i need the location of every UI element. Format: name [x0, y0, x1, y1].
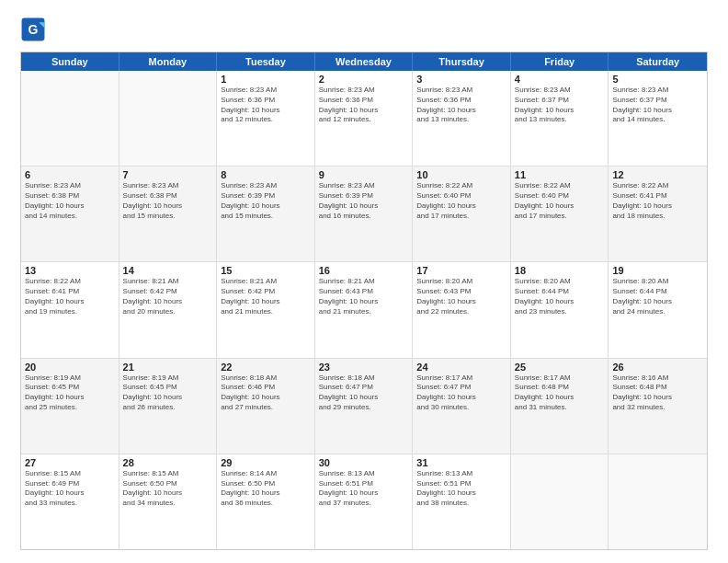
day-header-wednesday: Wednesday: [315, 52, 414, 71]
day-cell-14: 14Sunrise: 8:21 AMSunset: 6:42 PMDayligh…: [119, 262, 218, 357]
day-cell-25: 25Sunrise: 8:17 AMSunset: 6:48 PMDayligh…: [511, 359, 609, 454]
cell-line: Daylight: 10 hours: [25, 488, 115, 499]
day-number: 6: [25, 169, 115, 180]
day-cell-26: 26Sunrise: 8:16 AMSunset: 6:48 PMDayligh…: [609, 359, 707, 454]
cell-line: Daylight: 10 hours: [319, 297, 409, 307]
day-number: 13: [25, 265, 115, 276]
cell-line: and 21 minutes.: [319, 307, 409, 317]
day-cell-9: 9Sunrise: 8:23 AMSunset: 6:39 PMDaylight…: [315, 167, 414, 261]
cell-line: Sunrise: 8:22 AM: [515, 181, 605, 191]
day-header-thursday: Thursday: [413, 52, 511, 71]
day-cell-17: 17Sunrise: 8:20 AMSunset: 6:43 PMDayligh…: [413, 262, 511, 357]
day-cell-28: 28Sunrise: 8:15 AMSunset: 6:50 PMDayligh…: [119, 454, 218, 549]
calendar-body: 1Sunrise: 8:23 AMSunset: 6:36 PMDaylight…: [21, 71, 707, 549]
cell-line: Daylight: 10 hours: [221, 297, 311, 307]
cell-line: Daylight: 10 hours: [221, 488, 311, 499]
cell-line: Sunrise: 8:17 AM: [416, 373, 506, 384]
calendar: SundayMondayTuesdayWednesdayThursdayFrid…: [20, 52, 708, 550]
day-header-tuesday: Tuesday: [217, 52, 315, 71]
cell-line: Daylight: 10 hours: [221, 201, 311, 212]
cell-line: Daylight: 10 hours: [123, 201, 213, 212]
cell-line: Daylight: 10 hours: [515, 201, 605, 212]
day-number: 30: [319, 457, 409, 468]
day-number: 10: [416, 169, 506, 180]
cell-line: and 15 minutes.: [123, 212, 213, 222]
cell-line: Daylight: 10 hours: [319, 106, 409, 116]
cell-line: and 26 minutes.: [123, 403, 213, 413]
day-number: 18: [515, 265, 605, 276]
cell-line: Daylight: 10 hours: [416, 393, 506, 403]
cell-line: Sunset: 6:36 PM: [416, 96, 506, 106]
cell-line: and 30 minutes.: [416, 403, 506, 413]
cell-line: Daylight: 10 hours: [319, 488, 409, 499]
day-number: 5: [612, 74, 703, 85]
cell-line: Daylight: 10 hours: [612, 393, 703, 403]
cell-line: and 13 minutes.: [515, 115, 605, 125]
calendar-header: SundayMondayTuesdayWednesdayThursdayFrid…: [21, 52, 707, 71]
day-number: 12: [612, 169, 703, 180]
day-cell-18: 18Sunrise: 8:20 AMSunset: 6:44 PMDayligh…: [511, 262, 609, 357]
cell-line: Sunrise: 8:13 AM: [319, 469, 409, 479]
day-number: 23: [319, 362, 409, 373]
cell-line: Sunset: 6:41 PM: [25, 287, 115, 297]
day-cell-20: 20Sunrise: 8:19 AMSunset: 6:45 PMDayligh…: [21, 359, 119, 454]
day-cell-31: 31Sunrise: 8:13 AMSunset: 6:51 PMDayligh…: [413, 454, 511, 549]
cell-line: Daylight: 10 hours: [221, 106, 311, 116]
cell-line: and 19 minutes.: [25, 307, 115, 317]
day-number: 11: [515, 169, 605, 180]
day-cell-19: 19Sunrise: 8:20 AMSunset: 6:44 PMDayligh…: [609, 262, 707, 357]
day-cell-3: 3Sunrise: 8:23 AMSunset: 6:36 PMDaylight…: [413, 71, 511, 166]
cell-line: Sunset: 6:45 PM: [25, 383, 115, 393]
day-cell-30: 30Sunrise: 8:13 AMSunset: 6:51 PMDayligh…: [315, 454, 414, 549]
cell-line: and 18 minutes.: [612, 212, 703, 222]
cell-line: Sunset: 6:42 PM: [123, 287, 213, 297]
empty-cell: [21, 71, 119, 166]
cell-line: and 14 minutes.: [612, 115, 703, 125]
cell-line: and 17 minutes.: [416, 212, 506, 222]
cell-line: Sunset: 6:50 PM: [123, 479, 213, 489]
calendar-row-2: 13Sunrise: 8:22 AMSunset: 6:41 PMDayligh…: [21, 262, 707, 358]
cell-line: and 22 minutes.: [416, 307, 506, 317]
day-number: 2: [319, 74, 409, 85]
cell-line: Sunset: 6:42 PM: [221, 287, 311, 297]
cell-line: Sunrise: 8:23 AM: [416, 86, 506, 96]
cell-line: Daylight: 10 hours: [25, 201, 115, 212]
day-number: 29: [221, 457, 311, 468]
empty-cell: [609, 454, 707, 549]
cell-line: Sunset: 6:44 PM: [515, 287, 605, 297]
cell-line: Daylight: 10 hours: [612, 201, 703, 212]
day-number: 21: [123, 362, 213, 373]
cell-line: Daylight: 10 hours: [416, 106, 506, 116]
cell-line: Sunrise: 8:18 AM: [221, 373, 311, 384]
day-cell-7: 7Sunrise: 8:23 AMSunset: 6:38 PMDaylight…: [119, 167, 218, 261]
cell-line: Daylight: 10 hours: [515, 393, 605, 403]
day-number: 16: [319, 265, 409, 276]
day-cell-23: 23Sunrise: 8:18 AMSunset: 6:47 PMDayligh…: [315, 359, 414, 454]
day-number: 25: [515, 362, 605, 373]
cell-line: Daylight: 10 hours: [612, 297, 703, 307]
day-cell-11: 11Sunrise: 8:22 AMSunset: 6:40 PMDayligh…: [511, 167, 609, 261]
cell-line: and 12 minutes.: [221, 115, 311, 125]
day-number: 24: [416, 362, 506, 373]
cell-line: Sunset: 6:48 PM: [612, 383, 703, 393]
calendar-row-1: 6Sunrise: 8:23 AMSunset: 6:38 PMDaylight…: [21, 167, 707, 262]
day-cell-29: 29Sunrise: 8:14 AMSunset: 6:50 PMDayligh…: [217, 454, 315, 549]
page: G SundayMondayTuesdayWednesdayThursdayFr…: [0, 0, 728, 563]
day-cell-10: 10Sunrise: 8:22 AMSunset: 6:40 PMDayligh…: [413, 167, 511, 261]
day-number: 19: [612, 265, 703, 276]
logo: G: [20, 17, 50, 42]
cell-line: Daylight: 10 hours: [25, 393, 115, 403]
cell-line: and 27 minutes.: [221, 403, 311, 413]
cell-line: and 36 minutes.: [221, 499, 311, 509]
cell-line: and 14 minutes.: [25, 212, 115, 222]
day-cell-4: 4Sunrise: 8:23 AMSunset: 6:37 PMDaylight…: [511, 71, 609, 166]
cell-line: Sunset: 6:51 PM: [416, 479, 506, 489]
cell-line: Daylight: 10 hours: [123, 393, 213, 403]
day-cell-13: 13Sunrise: 8:22 AMSunset: 6:41 PMDayligh…: [21, 262, 119, 357]
day-number: 9: [319, 169, 409, 180]
cell-line: Sunset: 6:37 PM: [612, 96, 703, 106]
cell-line: Sunrise: 8:15 AM: [123, 469, 213, 479]
cell-line: and 12 minutes.: [319, 115, 409, 125]
day-header-friday: Friday: [511, 52, 609, 71]
day-number: 28: [123, 457, 213, 468]
